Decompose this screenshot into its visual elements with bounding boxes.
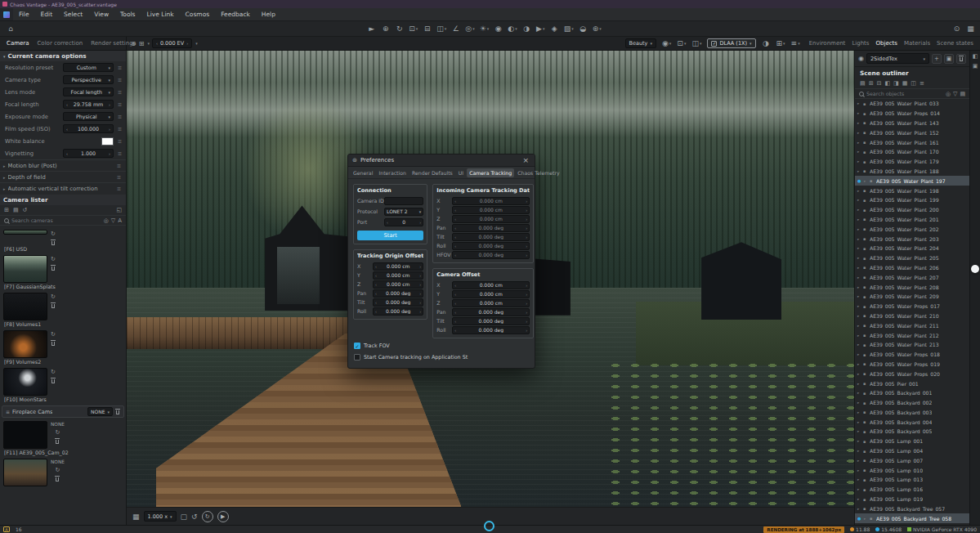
field-input[interactable]: ‹0.000 cm› — [373, 280, 423, 289]
outliner-item[interactable]: ▸▪AE39_005_Backyard_003 — [855, 408, 969, 418]
field-input[interactable]: ‹0.000 cm› — [452, 281, 530, 289]
outliner-search-placeholder[interactable]: Search objects — [866, 91, 943, 96]
camera-item[interactable]: ↻ — [0, 290, 126, 320]
add-camera-icon[interactable]: ⊞ — [4, 207, 9, 213]
trash-icon[interactable] — [115, 409, 120, 414]
expand-chevron-icon[interactable]: ▸ — [857, 459, 861, 463]
dialog-title-bar[interactable]: ⊛ Preferences × — [348, 155, 535, 167]
refresh-icon[interactable]: ↻ — [51, 256, 56, 262]
filter-icon[interactable]: ▽ — [111, 217, 115, 224]
field-input[interactable]: ‹0.000 cm› — [452, 299, 530, 307]
camera-item[interactable]: ↻ — [0, 253, 126, 283]
lock-filter-icon[interactable]: ◨ — [893, 80, 899, 87]
refresh-icon[interactable]: ↻ — [56, 429, 60, 436]
spinner-increment[interactable]: › — [419, 273, 421, 278]
outliner-item[interactable]: ▸▪AE39_005_Water_Plant_200 — [855, 205, 969, 215]
camera-thumbnail[interactable] — [3, 255, 47, 283]
caret-down-icon[interactable]: ▾ — [195, 41, 198, 46]
refresh-icon[interactable]: ↻ — [56, 467, 60, 473]
menu-item-live-link[interactable]: Live Link — [141, 8, 180, 20]
material-dropdown[interactable]: 2SidedTex ▾ — [866, 53, 929, 64]
outliner-item[interactable]: ▸▪AE39_005_Backyard_Tree_057 — [855, 504, 969, 513]
trash-icon[interactable] — [51, 378, 56, 383]
animation-icon[interactable]: ▶▾ — [535, 23, 547, 35]
camera-thumbnail[interactable] — [3, 368, 47, 396]
expand-chevron-icon[interactable]: ▸ — [857, 439, 861, 443]
spinner-increment[interactable]: › — [526, 319, 527, 324]
field-input[interactable]: ‹0.000 deg› — [373, 298, 423, 307]
outliner-item[interactable]: ▸▪AE39_005_Lamp_013 — [855, 475, 969, 485]
camera-item[interactable]: ↻ — [0, 227, 126, 245]
camera-thumbnail[interactable] — [3, 293, 47, 320]
menu-item-select[interactable]: Select — [58, 8, 88, 20]
expand-chevron-icon[interactable]: ▸ — [857, 449, 861, 453]
lens-effects-icon[interactable]: ◈ — [548, 23, 561, 35]
menu-item-tools[interactable]: Tools — [114, 8, 141, 20]
start-button[interactable]: Start — [357, 231, 423, 240]
outliner-item[interactable]: ▸▪AE39_005_Water_Plant_033 — [855, 99, 969, 109]
camera-search[interactable]: Search cameras ◎▽A — [0, 215, 126, 226]
outliner-item[interactable]: ▸▪AE39_005_Water_Plant_179 — [855, 157, 969, 167]
render-image-icon[interactable]: ⊙ — [951, 23, 963, 35]
expand-all-icon[interactable]: ⊞ — [869, 80, 874, 87]
spinner-increment[interactable]: › — [109, 102, 110, 107]
spinner-increment[interactable]: › — [526, 328, 527, 333]
tab-camera[interactable]: Camera — [3, 37, 32, 50]
outliner-item[interactable]: ▸▪AE39_005_Water_Plant_199 — [855, 195, 969, 205]
viewport-scale-spinner[interactable]: 1.000 x ▾ — [144, 511, 177, 522]
tab-environment[interactable]: Environment — [806, 37, 849, 50]
expand-chevron-icon[interactable]: ▸ — [857, 121, 861, 125]
field-input[interactable]: ‹0.000 deg› — [373, 289, 423, 298]
outliner-item[interactable]: ▸▪AE39_005_Lamp_019 — [855, 495, 969, 504]
preferences-tab-ui[interactable]: UI — [456, 168, 466, 177]
type-filter-icon[interactable]: ▦ — [902, 80, 908, 87]
outliner-item[interactable]: ▸▪AE39_005_Water_Plant_208 — [855, 282, 969, 292]
menu-item-edit[interactable]: Edit — [35, 8, 59, 20]
expand-chevron-icon[interactable]: ▸ — [857, 410, 861, 414]
sun-light-icon[interactable]: ☀▾ — [478, 23, 491, 35]
outliner-item[interactable]: ▸▪AE39_005_Water_Plant_207 — [855, 272, 969, 282]
expand-chevron-icon[interactable]: ▸ — [857, 275, 861, 280]
liveview-icon[interactable]: ⊛▾ — [591, 23, 603, 35]
menu-item-file[interactable]: File — [13, 8, 35, 20]
option-menu-icon[interactable]: ≡ — [115, 186, 123, 192]
name-filter-icon[interactable]: ▤ — [960, 91, 965, 97]
spinner-increment[interactable]: › — [526, 310, 527, 315]
section-box-icon[interactable]: ⊟ — [421, 23, 433, 35]
option-menu-icon[interactable]: ≡ — [116, 77, 123, 83]
tab-color-correction[interactable]: Color correction — [34, 37, 86, 50]
option-menu-icon[interactable]: ≡ — [116, 89, 123, 96]
spinner-increment[interactable]: › — [526, 301, 527, 306]
track-fov-checkbox[interactable]: ✓ — [354, 343, 360, 349]
expand-chevron-icon[interactable]: ▸ — [857, 198, 861, 202]
menu-item-view[interactable]: View — [88, 8, 114, 20]
spinner-increment[interactable]: › — [419, 220, 421, 225]
section-automatic-vertical-tilt-correction[interactable]: ▸Automatic vertical tilt correction≡ — [0, 182, 126, 194]
refresh-icon[interactable]: ↻ — [51, 331, 56, 338]
expand-chevron-icon[interactable]: ▸ — [857, 150, 861, 154]
camera-item[interactable]: ↻ — [0, 365, 126, 396]
outliner-item[interactable]: ▸▪AE39_005_Water_Plant_205 — [855, 253, 969, 263]
collapse-panel-icon[interactable]: ◧ — [973, 53, 978, 60]
spinner-increment[interactable]: › — [419, 309, 421, 314]
outliner-item[interactable]: ▸▪AE39_005_Water_Plant_161 — [855, 137, 969, 147]
pin-panel-icon[interactable]: ▣ — [973, 63, 978, 69]
field-input[interactable]: ‹0.000 deg› — [452, 317, 530, 325]
outliner-item[interactable]: ▸▪AE39_005_Water_Plant_213 — [855, 340, 969, 350]
option-menu-icon[interactable]: ≡ — [115, 174, 123, 181]
dlaa-toggle[interactable]: ✓ DLAA (1X) ▾ — [707, 38, 755, 48]
camera-item[interactable]: NONE↻ — [0, 419, 126, 449]
trash-icon[interactable] — [51, 302, 56, 308]
render-channel-dropdown[interactable]: Beauty ▾ — [625, 38, 656, 48]
trash-icon[interactable] — [55, 476, 60, 481]
spinner-decrement[interactable]: ‹ — [454, 283, 456, 288]
material-preview-icon[interactable]: ◉ — [858, 55, 864, 62]
start-tracking-checkbox[interactable] — [354, 354, 360, 361]
track-fov-row[interactable]: ✓ Track FOV — [348, 340, 535, 352]
option-menu-icon[interactable]: ≡ — [116, 101, 123, 108]
camera-thumbnail[interactable] — [3, 459, 47, 486]
trash-icon[interactable] — [51, 240, 56, 245]
list-view-icon[interactable]: ▤ — [13, 207, 19, 213]
expand-chevron-icon[interactable]: ▸ — [857, 304, 861, 308]
expand-chevron-icon[interactable]: ▸ — [857, 401, 861, 405]
